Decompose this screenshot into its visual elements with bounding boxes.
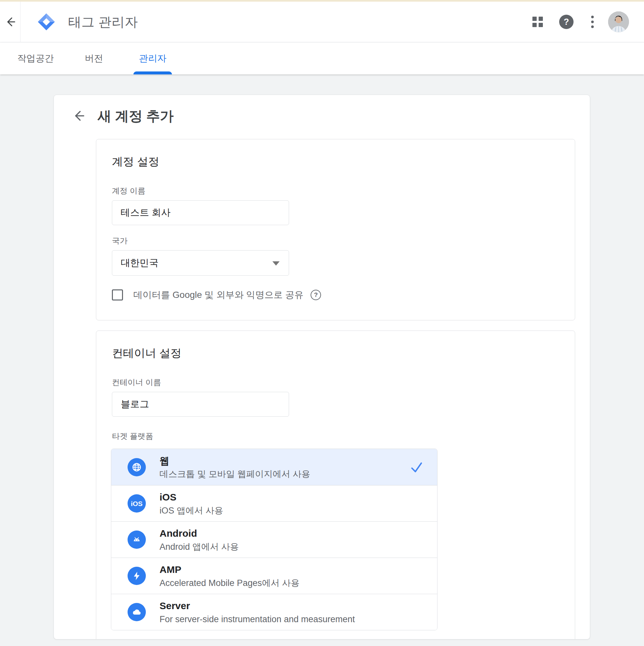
platform-desc: For server-side instrumentation and meas… xyxy=(159,614,355,625)
android-icon xyxy=(127,531,146,549)
platform-title: 웹 xyxy=(159,455,310,467)
platform-text: Server For server-side instrumentation a… xyxy=(159,600,355,625)
platform-row-server[interactable]: Server For server-side instrumentation a… xyxy=(111,594,437,630)
platform-desc: 데스크톱 및 모바일 웹페이지에서 사용 xyxy=(159,469,310,479)
platform-desc: Android 앱에서 사용 xyxy=(159,542,239,552)
back-arrow-icon xyxy=(4,15,17,28)
tab-admin-label: 관리자 xyxy=(139,52,167,65)
appbar-actions: ? xyxy=(532,11,629,32)
tab-workspace-label: 작업공간 xyxy=(17,52,54,65)
tab-versions-label: 버전 xyxy=(85,52,103,65)
platform-text: AMP Accelerated Mobile Pages에서 사용 xyxy=(159,563,300,588)
browser-back-button[interactable] xyxy=(0,2,20,42)
svg-text:iOS: iOS xyxy=(131,500,142,507)
account-settings-heading: 계정 설정 xyxy=(112,154,559,169)
account-name-label: 계정 이름 xyxy=(112,186,559,196)
country-label: 국가 xyxy=(112,235,559,246)
platform-row-ios[interactable]: iOS iOS iOS 앱에서 사용 xyxy=(111,485,437,521)
gtm-diamond-logo[interactable] xyxy=(37,13,55,31)
platform-row-web[interactable]: 웹 데스크톱 및 모바일 웹페이지에서 사용 xyxy=(111,449,437,485)
container-settings-heading: 컨테이너 설정 xyxy=(112,346,559,361)
platform-row-amp[interactable]: AMP Accelerated Mobile Pages에서 사용 xyxy=(111,558,437,594)
check-icon xyxy=(409,460,424,475)
container-name-input[interactable] xyxy=(112,392,289,417)
target-platform-label: 타겟 플랫폼 xyxy=(112,431,559,441)
amp-lightning-icon xyxy=(127,567,146,585)
avatar[interactable] xyxy=(608,11,629,32)
account-settings-section: 계정 설정 계정 이름 국가 대한민국 데이터를 Google 및 외부와 익명… xyxy=(96,139,575,320)
app-title: 태그 관리자 xyxy=(68,13,138,31)
page-header: 새 계정 추가 xyxy=(54,108,590,124)
tab-workspace[interactable]: 작업공간 xyxy=(17,42,54,74)
platform-title: iOS xyxy=(159,491,223,504)
chevron-down-icon xyxy=(273,261,280,265)
share-data-row: 데이터를 Google 및 외부와 익명으로 공유 ? xyxy=(112,289,559,301)
target-platform-list: 웹 데스크톱 및 모바일 웹페이지에서 사용 iOS iOS xyxy=(111,449,437,630)
container-settings-section: 컨테이너 설정 컨테이너 이름 타겟 플랫폼 xyxy=(96,330,575,639)
screen: 태그 관리자 ? 작업공간 버전 관리자 xyxy=(0,0,644,646)
platform-title: Server xyxy=(159,600,355,612)
country-select[interactable]: 대한민국 xyxy=(112,250,289,276)
platform-desc: iOS 앱에서 사용 xyxy=(159,505,223,516)
main-content: 새 계정 추가 계정 설정 계정 이름 국가 대한민국 데이터를 Google … xyxy=(0,74,644,646)
share-data-label: 데이터를 Google 및 외부와 익명으로 공유 xyxy=(133,289,303,301)
app-bar: 태그 관리자 ? xyxy=(0,2,644,42)
globe-icon xyxy=(127,458,146,476)
platform-title: AMP xyxy=(159,563,300,576)
active-tab-underline xyxy=(133,72,172,74)
tab-admin[interactable]: 관리자 xyxy=(139,42,167,74)
tab-bar: 작업공간 버전 관리자 xyxy=(0,42,644,74)
apps-grid-icon[interactable] xyxy=(532,17,543,27)
ios-icon: iOS xyxy=(127,494,146,513)
page-title: 새 계정 추가 xyxy=(98,107,174,125)
help-outline-icon[interactable]: ? xyxy=(311,290,321,300)
platform-text: 웹 데스크톱 및 모바일 웹페이지에서 사용 xyxy=(159,455,310,479)
page-back-button[interactable] xyxy=(72,109,86,123)
platform-text: iOS iOS 앱에서 사용 xyxy=(159,491,223,516)
container-name-label: 컨테이너 이름 xyxy=(112,377,559,388)
tab-versions[interactable]: 버전 xyxy=(85,42,103,74)
platform-title: Android xyxy=(159,527,239,540)
account-name-input[interactable] xyxy=(112,200,289,225)
add-account-card: 새 계정 추가 계정 설정 계정 이름 국가 대한민국 데이터를 Google … xyxy=(53,95,590,639)
back-arrow-icon xyxy=(72,109,86,124)
appbar-divider xyxy=(20,2,20,42)
platform-text: Android Android 앱에서 사용 xyxy=(159,527,239,552)
help-icon[interactable]: ? xyxy=(559,15,573,29)
platform-row-android[interactable]: Android Android 앱에서 사용 xyxy=(111,521,437,558)
platform-desc: Accelerated Mobile Pages에서 사용 xyxy=(159,578,300,588)
country-select-value: 대한민국 xyxy=(121,256,158,270)
more-vertical-icon[interactable] xyxy=(590,14,593,29)
share-data-checkbox[interactable] xyxy=(112,289,123,301)
server-cloud-icon xyxy=(127,603,146,621)
